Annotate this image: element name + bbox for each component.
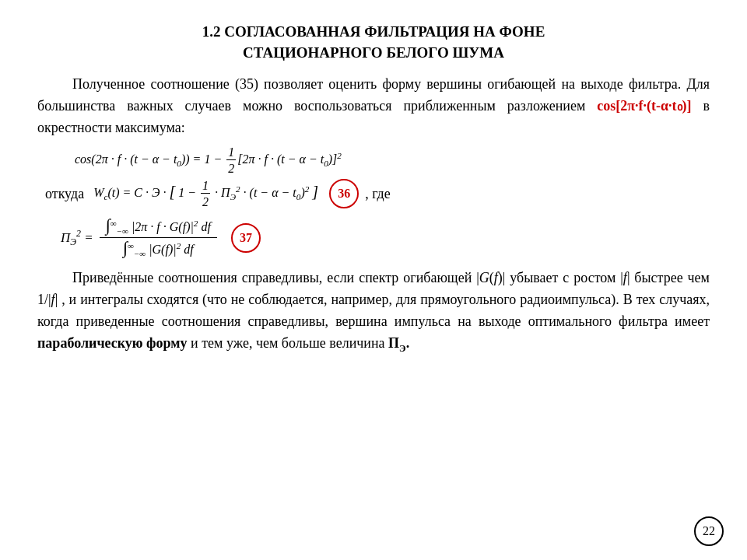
wc-formula-row: откуда Wc(t) = C · Э · [ 1 − 12 · ПЭ2 · … bbox=[45, 179, 710, 209]
paragraph2-text: Приведённые соотношения справедливы, есл… bbox=[37, 270, 710, 351]
integral-numerator: ∫∞−∞ |2π · f · G(f)|2 df bbox=[100, 215, 217, 238]
page: 1.2 СОГЛАСОВАННАЯ ФИЛЬТРАЦИЯ НА ФОНЕ СТА… bbox=[0, 0, 747, 560]
formula-wc: Wc(t) = C · Э · [ 1 − 12 · ПЭ2 · (t − α … bbox=[93, 179, 318, 209]
page-number: 22 bbox=[694, 516, 724, 546]
section-title: 1.2 СОГЛАСОВАННАЯ ФИЛЬТРАЦИЯ НА ФОНЕ СТА… bbox=[37, 22, 710, 63]
pi2-fraction: ∫∞−∞ |2π · f · G(f)|2 df ∫∞−∞ |G(f)|2 df bbox=[100, 215, 217, 260]
paragraph2: Приведённые соотношения справедливы, есл… bbox=[37, 268, 710, 356]
where-text: , где bbox=[365, 186, 391, 202]
paragraph1: Полученное соотношение (35) позволяет оц… bbox=[37, 74, 710, 139]
title-line2: СТАЦИОНАРНОГО БЕЛОГО ШУМА bbox=[37, 43, 710, 64]
eq-number-36: 36 bbox=[329, 179, 359, 208]
formula-cos-row: cos(2π · f · (t − α − t0)) = 1 − 12[2π ·… bbox=[75, 145, 710, 176]
title-line1: 1.2 СОГЛАСОВАННАЯ ФИЛЬТРАЦИЯ НА ФОНЕ bbox=[37, 22, 710, 43]
integral-denominator: ∫∞−∞ |G(f)|2 df bbox=[117, 238, 200, 260]
pi2-row: ПЭ2 = ∫∞−∞ |2π · f · G(f)|2 df ∫∞−∞ |G(f… bbox=[61, 215, 710, 260]
bold-parabolic: параболическую форму bbox=[37, 335, 188, 351]
eq-number-37: 37 bbox=[231, 223, 261, 253]
bold-pi: ПЭ. bbox=[388, 335, 409, 351]
highlight-cos: cos[2π·f·(t-α·t₀)] bbox=[597, 98, 691, 114]
pi2-label: ПЭ2 = bbox=[61, 228, 93, 248]
formula-cos: cos(2π · f · (t − α − t0)) = 1 − 12[2π ·… bbox=[75, 145, 342, 176]
odkuda-label: откуда bbox=[45, 186, 84, 202]
